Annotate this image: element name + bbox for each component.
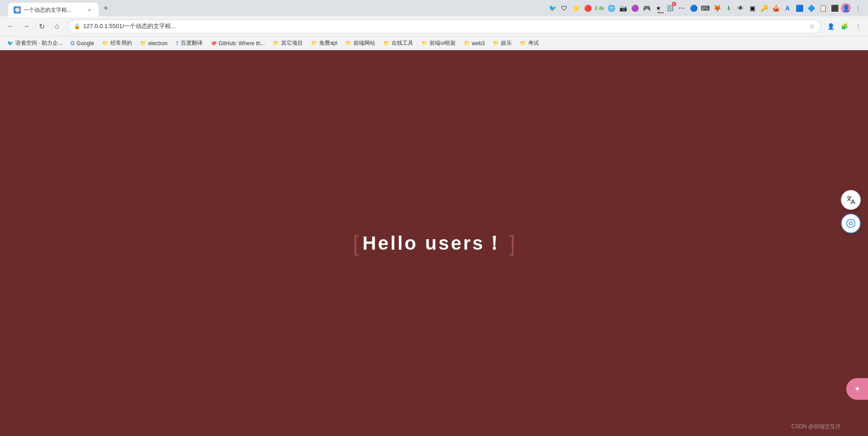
security-icon: 🔒 bbox=[74, 23, 80, 29]
new-badge: New bbox=[656, 10, 665, 14]
chat-float-button[interactable] bbox=[841, 213, 861, 233]
bookmark-frontend-sites-icon: 📁 bbox=[345, 40, 352, 46]
bookmark-online-tools[interactable]: 📁 在线工具 bbox=[380, 38, 417, 49]
bookmark-entertainment-label: 娱乐 bbox=[501, 39, 512, 47]
address-bar-actions: 👤 🧩 ⋮ bbox=[825, 20, 864, 33]
bookmarks-bar: 🐦 语雀空间 · 助力企... G Google 📁 经常用的 📁 electr… bbox=[0, 36, 868, 50]
reload-button[interactable]: ↻ bbox=[34, 19, 49, 33]
ext-icon-key[interactable]: 🔑 bbox=[759, 3, 769, 14]
bookmark-baidu-translate[interactable]: T 百度翻译 bbox=[172, 38, 206, 49]
ext-icon-counter[interactable]: 🔢 2 bbox=[665, 3, 675, 14]
bookmark-frontend-sites[interactable]: 📁 前端网站 bbox=[342, 38, 379, 49]
tab-bar: ⚪ 一个动态的文字框... × + 🐦 🛡 ⭐ 🔴 2.4k 🌐 📷 🟣 🎮 ★… bbox=[0, 0, 868, 16]
ext-icon-7[interactable]: 📷 bbox=[618, 3, 628, 14]
tab-title: 一个动态的文字框... bbox=[24, 6, 83, 14]
ext-icon-3[interactable]: ⭐ bbox=[571, 3, 581, 14]
ext-icon-a[interactable]: A bbox=[782, 3, 793, 14]
ext-icon-9[interactable]: 🎮 bbox=[641, 3, 652, 14]
profile-button[interactable]: 👤 bbox=[825, 20, 837, 33]
bookmark-exam-label: 考试 bbox=[528, 39, 539, 47]
ext-icon-black-sq[interactable]: ⬛ bbox=[829, 3, 840, 14]
ext-icon-diamond[interactable]: 🔷 bbox=[806, 3, 816, 14]
hero-text: Hello users！ bbox=[363, 231, 505, 256]
extension-icons-area: 🐦 🛡 ⭐ 🔴 2.4k 🌐 📷 🟣 🎮 ★ New 🔢 2 ⋯ 🔵 ⌨ 🦊 ⬇… bbox=[547, 2, 864, 14]
bookmark-web3-icon: 📁 bbox=[464, 40, 470, 46]
home-button[interactable]: ⌂ bbox=[50, 19, 64, 33]
ext-icon-user[interactable]: 👤 bbox=[841, 3, 851, 13]
back-button[interactable]: ← bbox=[4, 19, 18, 33]
ext-icon-8[interactable]: 🟣 bbox=[629, 3, 640, 14]
bookmark-web3[interactable]: 📁 web3 bbox=[460, 38, 489, 49]
active-tab[interactable]: ⚪ 一个动态的文字框... × bbox=[8, 3, 99, 17]
bookmark-electron-icon: 📁 bbox=[140, 40, 146, 46]
pink-button-icon: ✦ bbox=[854, 384, 861, 394]
ext-icon-blue-sq[interactable]: 🟦 bbox=[794, 3, 805, 14]
ext-icon-more[interactable]: ⋯ bbox=[676, 3, 687, 14]
bookmark-free-api-label: 免费api bbox=[319, 39, 337, 47]
browser-chrome: ⚪ 一个动态的文字框... × + 🐦 🛡 ⭐ 🔴 2.4k 🌐 📷 🟣 🎮 ★… bbox=[0, 0, 868, 50]
extensions-button[interactable]: 🧩 bbox=[838, 20, 851, 33]
bookmark-ui-frameworks[interactable]: 📁 前端ui框架 bbox=[418, 38, 459, 49]
page-content: [ Hello users！ ] bbox=[0, 50, 868, 436]
hero-text-container: [ Hello users！ ] bbox=[353, 231, 515, 256]
ext-icon-fox[interactable]: 🦊 bbox=[712, 3, 722, 14]
ext-icon-5[interactable]: 2.4k bbox=[594, 3, 605, 14]
bookmark-free-api[interactable]: 📁 免费api bbox=[307, 38, 341, 49]
bookmark-electron[interactable]: 📁 electron bbox=[137, 38, 171, 49]
tab-close-button[interactable]: × bbox=[86, 6, 93, 14]
translate-float-button[interactable] bbox=[841, 190, 861, 210]
bookmark-yuque-label: 语雀空间 · 助力企... bbox=[15, 39, 62, 47]
watermark: CSDN @前端交互仔 bbox=[791, 423, 841, 431]
chrome-more-button[interactable]: ⋮ bbox=[852, 2, 864, 14]
ext-icon-new[interactable]: ★ New bbox=[653, 3, 664, 14]
bookmark-entertainment-icon: 📁 bbox=[493, 40, 499, 46]
ext-icon-download[interactable]: ⬇ bbox=[723, 3, 734, 14]
chrome-menu-button[interactable]: ⋮ bbox=[852, 20, 864, 33]
bookmark-google[interactable]: G Google bbox=[67, 38, 98, 49]
bookmark-free-api-icon: 📁 bbox=[311, 40, 317, 46]
svg-point-1 bbox=[849, 222, 852, 225]
pink-float-button[interactable]: ✦ bbox=[846, 378, 868, 400]
bookmark-baidu-label: 百度翻译 bbox=[181, 39, 203, 47]
bookmark-online-tools-label: 在线工具 bbox=[392, 39, 413, 47]
bookmark-github[interactable]: 🐙 GitHub: Where th... bbox=[207, 38, 269, 49]
ext-icon-1[interactable]: 🐦 bbox=[547, 3, 558, 14]
bookmark-yuque-icon: 🐦 bbox=[7, 40, 14, 46]
bookmark-other-projects[interactable]: 📁 其它项目 bbox=[269, 38, 307, 49]
ext-icon-clipboard[interactable]: 📋 bbox=[817, 3, 828, 14]
floating-buttons-group bbox=[841, 190, 861, 233]
bookmark-github-icon: 🐙 bbox=[211, 40, 217, 46]
new-tab-button[interactable]: + bbox=[99, 2, 112, 14]
address-nav-group: ← → ↻ ⌂ bbox=[4, 19, 64, 33]
ext-icon-12[interactable]: ⌨ bbox=[700, 3, 711, 14]
ext-icon-eye[interactable]: 👁 bbox=[735, 3, 746, 14]
address-field[interactable]: 🔒 127.0.0.1:5501/一个动态的文字框... ☆ bbox=[68, 19, 821, 33]
bookmark-exam-icon: 📁 bbox=[520, 40, 526, 46]
bookmark-entertainment[interactable]: 📁 娱乐 bbox=[489, 38, 515, 49]
tab-favicon: ⚪ bbox=[14, 6, 21, 14]
bookmark-other-projects-label: 其它项目 bbox=[281, 39, 303, 47]
bookmark-frontend-sites-label: 前端网站 bbox=[354, 39, 375, 47]
ext-icon-circus[interactable]: 🎪 bbox=[770, 3, 781, 14]
url-text: 127.0.0.1:5501/一个动态的文字框... bbox=[83, 22, 807, 30]
ext-icon-6[interactable]: 🌐 bbox=[606, 3, 617, 14]
bookmark-frequent-label: 经常用的 bbox=[110, 39, 132, 47]
bookmark-github-label: GitHub: Where th... bbox=[219, 40, 265, 47]
svg-point-0 bbox=[847, 219, 855, 227]
bookmark-yuque[interactable]: 🐦 语雀空间 · 助力企... bbox=[4, 38, 66, 49]
bookmark-ui-frameworks-icon: 📁 bbox=[421, 40, 428, 46]
ext-icon-11[interactable]: 🔵 bbox=[688, 3, 699, 14]
bookmark-other-projects-icon: 📁 bbox=[273, 40, 279, 46]
bookmark-exam[interactable]: 📁 考试 bbox=[516, 38, 542, 49]
bookmark-star-icon[interactable]: ☆ bbox=[809, 23, 815, 30]
ext-icon-square[interactable]: ▣ bbox=[747, 3, 758, 14]
bookmark-frequent-icon: 📁 bbox=[102, 40, 108, 46]
bookmark-frequent[interactable]: 📁 经常用的 bbox=[99, 38, 136, 49]
address-bar-row: ← → ↻ ⌂ 🔒 127.0.0.1:5501/一个动态的文字框... ☆ 👤… bbox=[0, 16, 868, 36]
bracket-right-icon: ] bbox=[509, 231, 515, 256]
ext-icon-4[interactable]: 🔴 bbox=[582, 3, 593, 14]
ext-icon-2[interactable]: 🛡 bbox=[559, 3, 570, 14]
forward-button[interactable]: → bbox=[19, 19, 33, 33]
bookmark-google-icon: G bbox=[71, 40, 75, 47]
counter-badge: 2 bbox=[672, 2, 676, 6]
